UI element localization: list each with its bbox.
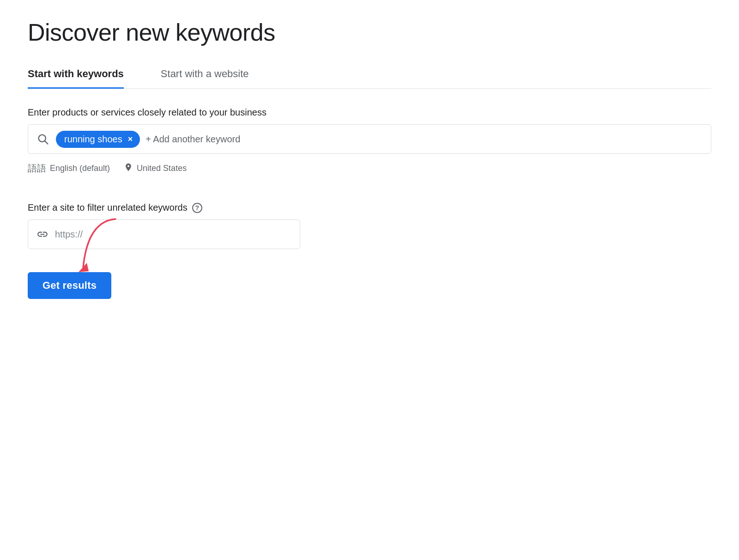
site-input-placeholder[interactable]: https://: [55, 229, 83, 240]
search-icon: [36, 133, 49, 146]
link-icon: [36, 228, 48, 240]
location-label: United States: [137, 164, 187, 173]
keyword-search-box[interactable]: running shoes × + Add another keyword: [28, 124, 711, 154]
settings-row: 語語 English (default) United States: [28, 162, 711, 175]
location-setting[interactable]: United States: [124, 163, 187, 174]
chip-text: running shoes: [64, 134, 122, 145]
tab-start-with-website[interactable]: Start with a website: [161, 61, 249, 89]
help-icon[interactable]: ?: [192, 203, 202, 213]
language-setting[interactable]: 語語 English (default): [28, 162, 110, 175]
get-results-button[interactable]: Get results: [28, 272, 111, 299]
site-filter-section: Enter a site to filter unrelated keyword…: [28, 202, 711, 213]
language-label: English (default): [50, 164, 110, 173]
site-input-box[interactable]: https://: [28, 219, 300, 249]
language-icon: 語語: [28, 162, 46, 175]
keywords-section-label: Enter products or services closely relat…: [28, 107, 711, 118]
tabs-container: Start with keywords Start with a website: [28, 60, 711, 89]
svg-line-1: [45, 141, 48, 144]
chip-close-button[interactable]: ×: [127, 134, 134, 145]
location-icon: [124, 163, 133, 174]
add-keyword-input[interactable]: + Add another keyword: [145, 134, 240, 145]
tab-start-with-keywords[interactable]: Start with keywords: [28, 61, 124, 89]
keyword-chip-running-shoes[interactable]: running shoes ×: [56, 131, 140, 148]
page-title: Discover new keywords: [28, 18, 711, 46]
arrow-annotation-container: Get results: [28, 272, 111, 299]
svg-marker-2: [79, 263, 89, 272]
site-filter-label-text: Enter a site to filter unrelated keyword…: [28, 202, 188, 213]
